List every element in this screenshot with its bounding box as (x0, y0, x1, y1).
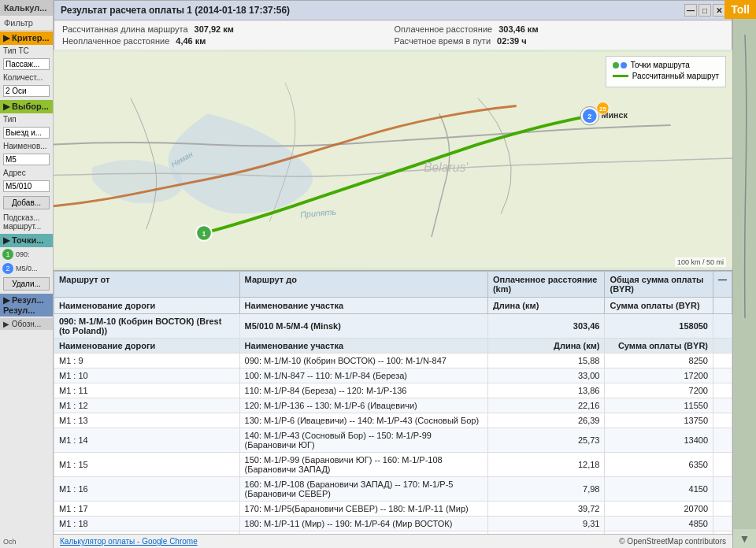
svg-text:Belarus': Belarus' (424, 161, 469, 174)
row-road: М1 : 18 (54, 517, 240, 531)
row-road: М1 : 11 (54, 383, 240, 398)
delete-button[interactable]: Удали... (3, 277, 50, 291)
paid-distance-value: 303,46 км (498, 24, 538, 34)
travel-time-label: Расчетное время в пути (395, 36, 491, 46)
sub-header-section: Наименование участка (239, 298, 487, 314)
map-image: Минск Belarus' Припять Неман 1 2 (54, 50, 732, 270)
result-section[interactable]: ▶ Резул... Резул... (0, 294, 53, 317)
row-road: М1 : 14 (54, 428, 240, 453)
row-section: 150: М-1/Р-99 (Барановичи ЮГ) -- 160: М-… (239, 453, 487, 477)
maximize-button[interactable]: □ (699, 4, 711, 17)
row-section: 120: М-1/Р-136 -- 130: М-1/Р-6 (Ивацевич… (239, 398, 487, 413)
row-payment: 6350 (605, 453, 713, 477)
scale-km: 100 km (677, 258, 701, 266)
route-length-value: 307,92 км (195, 24, 234, 34)
row-road: М1 : 15 (54, 453, 240, 477)
bottom-bar: Калькулятор оплаты - Google Chrome © Ope… (54, 534, 732, 548)
travel-time-row: Расчетное время в пути 02:39 ч (395, 36, 724, 46)
row-road: М1 : 16 (54, 477, 240, 502)
map-area[interactable]: Минск Belarus' Припять Неман 1 2 (54, 50, 732, 270)
svg-text:1: 1 (202, 230, 206, 238)
table-row: М1 : 14 140: М-1/Р-43 (Сосновый Бор) -- … (54, 428, 732, 453)
row-payment: 7200 (605, 383, 713, 398)
obozn-section[interactable]: ▶ Обозн... (0, 318, 53, 330)
sub-section-col: Наименование участка (239, 339, 487, 354)
criteria-section[interactable]: ▶ Критер... (0, 31, 53, 45)
row-section: 180: М-1/Р-11 (Мир) -- 190: М-1/Р-64 (Ми… (239, 517, 487, 531)
row-length: 39,72 (487, 502, 605, 517)
col-from: Маршрут от (54, 272, 240, 298)
row-payment: 4850 (605, 517, 713, 531)
summary-to: М5/010 М-5/М-4 (Minsk) (239, 314, 487, 339)
table-row: М1 : 15 150: М-1/Р-99 (Барановичи ЮГ) --… (54, 453, 732, 477)
row-section: 110: М-1/Р-84 (Береза) -- 120: М-1/Р-136 (239, 383, 487, 398)
hint-label: Подсказ... маршрут... (0, 212, 53, 232)
table-row: М1 : 10 100: М-1/N-847 -- 110: М-1/Р-84 … (54, 368, 732, 383)
table-row: М1 : 11 110: М-1/Р-84 (Береза) -- 120: М… (54, 383, 732, 398)
scale-mi: 50 mi (706, 258, 724, 266)
row-road: М1 : 9 (54, 354, 240, 368)
unpaid-distance-value: 4,46 км (176, 36, 206, 46)
title-buttons: — □ ✕ (684, 4, 725, 17)
row-section: 170: М-1/Р5(Барановичи СЕВЕР) -- 180: М-… (239, 502, 487, 517)
row-payment: 17200 (605, 368, 713, 383)
row-length: 22,16 (487, 398, 605, 413)
row-length: 13,86 (487, 383, 605, 398)
unpaid-distance-row: Неоплаченное расстояние 4,46 км (62, 36, 392, 46)
row-road: М1 : 17 (54, 502, 240, 517)
row-empty (713, 368, 732, 383)
right-map-strip: ▲ ▼ (732, 0, 756, 548)
row-length: 7,98 (487, 477, 605, 502)
route-type-input[interactable]: Выезд и... (3, 127, 50, 139)
point1: 1 090: (0, 247, 53, 261)
selection-section[interactable]: ▶ Выбор... (0, 100, 53, 113)
table-row: М1 : 16 160: М-1/Р-108 (Барановичи ЗАПАД… (54, 477, 732, 502)
legend-route-label: Рассчитанный маршрут (632, 72, 719, 80)
table-area[interactable]: Маршрут от Маршрут до Оплаченное расстоя… (54, 270, 732, 534)
minimize-button[interactable]: — (684, 4, 697, 17)
strip-arrow-down[interactable]: ▼ (739, 529, 750, 548)
table-row: М1 : 13 130: М-1/Р-6 (Ивацевичи) -- 140:… (54, 413, 732, 428)
point2: 2 М5/0... (0, 261, 53, 276)
sub-header-length: Длина (км) (487, 298, 605, 314)
row-payment: 20700 (605, 502, 713, 517)
summary-total-sum: 158050 (605, 314, 713, 339)
row-length: 25,73 (487, 428, 605, 453)
result-info: Рассчитанная длина маршрута 307,92 км Оп… (54, 20, 732, 50)
summary-paid-distance: 303,46 (487, 314, 605, 339)
row-empty (713, 398, 732, 413)
row-empty (713, 428, 732, 453)
road-input[interactable]: М5 (3, 154, 50, 165)
row-section: 140: М-1/Р-43 (Сосновый Бор) -- 150: М-1… (239, 428, 487, 453)
row-empty (713, 413, 732, 428)
sub-road-col: Наименование дороги (54, 339, 240, 354)
close-button[interactable]: ✕ (713, 4, 725, 17)
axle-count-input[interactable]: 2 Оси (3, 85, 50, 97)
point1-label: 090: (16, 250, 30, 258)
address-input[interactable]: М5/010 (3, 180, 50, 192)
calc-link[interactable]: Калькулятор оплаты - Google Chrome (60, 537, 198, 546)
sidebar: Калькул... Фильтр ▶ Критер... Тип ТС Пас… (0, 0, 54, 548)
route-length-label: Рассчитанная длина маршрута (62, 24, 188, 34)
points-section[interactable]: ▶ Точки... (0, 234, 53, 247)
row-payment: 8250 (605, 354, 713, 368)
result-panel: Результат расчета оплаты 1 (2014-01-18 1… (54, 0, 732, 50)
travel-time-value: 02:39 ч (497, 36, 527, 46)
svg-text:25: 25 (599, 106, 606, 113)
row-length: 12,18 (487, 453, 605, 477)
legend-points-label: Точки маршрута (631, 61, 690, 69)
row-section: 160: М-1/Р-108 (Барановичи ЗАПАД) -- 170… (239, 477, 487, 502)
row-road: М1 : 13 (54, 413, 240, 428)
vehicle-type-input[interactable]: Пассаж... (3, 58, 50, 70)
paid-distance-label: Оплаченное расстояние (395, 24, 493, 34)
result-panel-title: Результат расчета оплаты 1 (2014-01-18 1… (54, 1, 732, 20)
row-empty (713, 383, 732, 398)
row-payment: 11550 (605, 398, 713, 413)
table-row: М1 : 9 090: М-1/М-10 (Кобрин ВОСТОК) -- … (54, 354, 732, 368)
point2-marker: 2 (2, 263, 13, 274)
address-label: Адрес (0, 167, 53, 179)
svg-text:2: 2 (587, 113, 591, 120)
sub-payment-col: Сумма оплаты (BYR) (605, 339, 713, 354)
add-button[interactable]: Добав... (3, 196, 50, 209)
sidebar-title: Калькул... (0, 0, 53, 16)
